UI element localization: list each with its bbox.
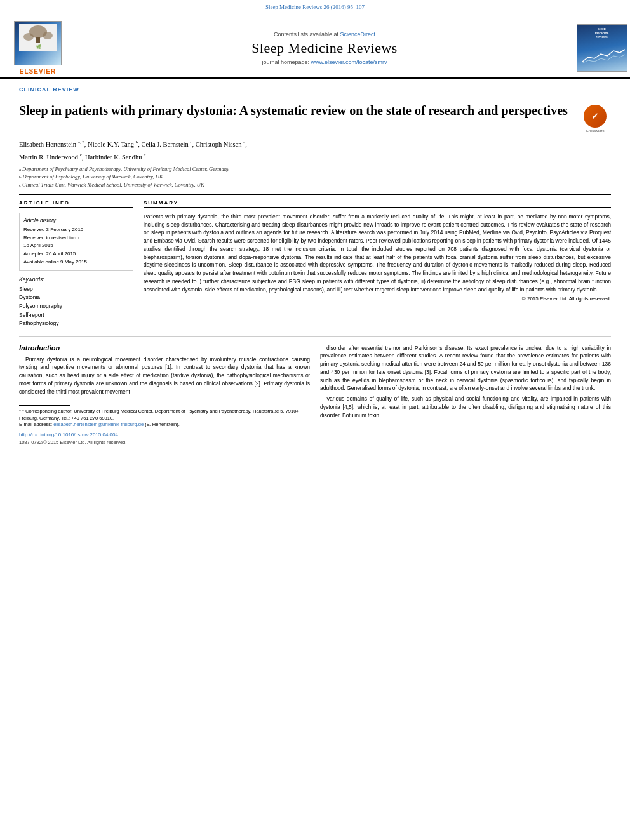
svg-rect-2 (36, 37, 40, 43)
svg-point-3 (23, 33, 34, 41)
corresponding-author-footnote: * * Corresponding author. University of … (19, 408, 310, 422)
article-info-summary-section: ARTICLE INFO Article history: Received 3… (19, 200, 611, 337)
summary-text: Patients with primary dystonia, the thir… (144, 213, 611, 294)
page: Sleep Medicine Reviews 26 (2016) 95–107 … (0, 0, 630, 840)
affiliation-a-text: Department of Psychiatry and Psychothera… (22, 165, 229, 173)
footnote-area: * * Corresponding author. University of … (19, 401, 310, 446)
journal-header: 🌿 ELSEVIER Contents lists available at S… (0, 13, 630, 79)
footnote-divider (19, 405, 70, 406)
keyword-dystonia: Dystonia (19, 293, 133, 302)
journal-cover-image: sleepmedicinereviews (577, 24, 627, 72)
keywords-section: Keywords: Sleep Dystonia Polysomnography… (19, 276, 133, 328)
homepage-label: journal homepage: (262, 59, 309, 65)
cover-title: sleepmedicinereviews (579, 27, 626, 39)
journal-title: Sleep Medicine Reviews (251, 40, 398, 57)
summary-body-text: Patients with primary dystonia, the thir… (144, 213, 611, 293)
affil-sup-letter-b: b (19, 174, 22, 181)
keyword-sleep: Sleep (19, 285, 133, 294)
elsevier-tree-svg: 🌿 (19, 24, 57, 51)
affiliation-b-text: Department of Psychology, University of … (23, 173, 163, 181)
affiliation-c: c Clinical Trials Unit, Warwick Medical … (19, 181, 611, 189)
keyword-pathophysiology: Pathophysiology (19, 319, 133, 328)
journal-reference-text: Sleep Medicine Reviews 26 (2016) 95–107 (265, 4, 365, 10)
affil-sup-c2: c (80, 152, 82, 157)
article-body: CLINICAL REVIEW Sleep in patients with p… (0, 79, 630, 446)
summary-copyright: © 2015 Elsevier Ltd. All rights reserved… (144, 296, 611, 302)
keywords-title: Keywords: (19, 276, 133, 283)
doi-line[interactable]: http://dx.doi.org/10.1016/j.smrv.2015.04… (19, 431, 310, 438)
article-title: Sleep in patients with primary dystonia:… (19, 102, 579, 119)
affiliation-c-text: Clinical Trials Unit, Warwick Medical Sc… (22, 181, 204, 189)
intro-para-1: Primary dystonia is a neurological movem… (19, 356, 310, 396)
summary-column: SUMMARY Patients with primary dystonia, … (144, 200, 611, 328)
authors-line-2: Martin R. Underwood c, Harbinder K. Sand… (19, 152, 611, 162)
corresponding-author-text: * Corresponding author. University of Fr… (19, 408, 299, 421)
elsevier-tree-image: 🌿 (14, 21, 62, 65)
crossmark-icon[interactable]: ✓ (584, 105, 607, 128)
article-history-box: Article history: Received 3 February 201… (19, 213, 133, 271)
affil-sup-letter-c: c (19, 182, 21, 189)
intro-para-right-1: disorder after essential tremor and Park… (320, 344, 611, 393)
accepted-date: Accepted 26 April 2015 (23, 250, 129, 258)
email-line: E-mail address: elisabeth.hertenstein@un… (19, 422, 310, 429)
journal-reference-bar: Sleep Medicine Reviews 26 (2016) 95–107 (0, 0, 630, 13)
journal-cover-area: sleepmedicinereviews (573, 18, 630, 77)
intro-left-column: Introduction Primary dystonia is a neuro… (19, 344, 310, 446)
received-revised-date: 16 April 2015 (23, 242, 129, 250)
journal-homepage: journal homepage: www.elsevier.com/locat… (262, 59, 387, 65)
journal-center-header: Contents lists available at ScienceDirec… (76, 18, 573, 77)
summary-header: SUMMARY (144, 200, 611, 208)
email-label: E-mail address: (19, 422, 52, 427)
affil-sup-letter-a: a (19, 166, 21, 173)
doi-text[interactable]: http://dx.doi.org/10.1016/j.smrv.2015.04… (19, 432, 118, 437)
affil-sup-a2: a (243, 140, 245, 145)
elsevier-logo-area: 🌿 ELSEVIER (0, 18, 76, 77)
cover-chart-svg (579, 44, 627, 67)
elsevier-brand-text: ELSEVIER (20, 68, 56, 75)
svg-point-4 (43, 32, 53, 39)
homepage-link[interactable]: www.elsevier.com/locate/smrv (311, 59, 387, 65)
detected-word-based: based (180, 380, 194, 387)
affil-sup-b1: b (136, 140, 138, 145)
affil-sup-c3: c (144, 152, 145, 157)
intro-para-right-2: Various domains of quality of life, such… (320, 395, 611, 419)
affil-sup-c1: c (190, 140, 192, 145)
svg-rect-6 (579, 44, 627, 67)
intro-body-left: Primary dystonia is a neurological movem… (19, 356, 310, 396)
intro-body-right: disorder after essential tremor and Park… (320, 344, 611, 420)
keyword-self-report: Self-report (19, 311, 133, 320)
received-revised-label: Received in revised form (23, 234, 129, 243)
sciencedirect-link[interactable]: ScienceDirect (340, 31, 376, 37)
article-type-label: CLINICAL REVIEW (19, 79, 611, 97)
svg-text:🌿: 🌿 (36, 44, 41, 50)
crossmark-label: CrossMark (586, 129, 604, 133)
authors-line-1: Elisabeth Hertenstein a, *, Nicole K.Y. … (19, 139, 611, 149)
keyword-polysomnography: Polysomnography (19, 302, 133, 311)
available-online-date: Available online 9 May 2015 (23, 258, 129, 267)
article-info-header: ARTICLE INFO (19, 200, 133, 208)
copyright-line: 1087-0792/© 2015 Elsevier Ltd. All right… (19, 439, 310, 446)
contents-line: Contents lists available at ScienceDirec… (274, 31, 375, 37)
contents-text: Contents lists available at (274, 31, 338, 37)
received-date: Received 3 February 2015 (23, 226, 129, 234)
affiliation-b: b Department of Psychology, University o… (19, 173, 611, 181)
email-person: (E. Hertenstein). (145, 422, 180, 427)
article-title-area: Sleep in patients with primary dystonia:… (19, 102, 611, 133)
affiliation-a: a Department of Psychiatry and Psychothe… (19, 165, 611, 173)
introduction-title: Introduction (19, 344, 310, 352)
introduction-section: Introduction Primary dystonia is a neuro… (19, 344, 611, 446)
elsevier-logo: 🌿 ELSEVIER (14, 21, 62, 75)
article-history-title: Article history: (23, 217, 129, 223)
affil-sup-a1: a, * (78, 140, 84, 145)
affiliations-block: a Department of Psychiatry and Psychothe… (19, 165, 611, 195)
crossmark-area[interactable]: ✓ CrossMark (579, 102, 611, 133)
intro-right-column: disorder after essential tremor and Park… (320, 344, 611, 446)
article-info-column: ARTICLE INFO Article history: Received 3… (19, 200, 133, 328)
email-address[interactable]: elisabeth.hertenstein@uniklinik-freiburg… (53, 422, 144, 427)
